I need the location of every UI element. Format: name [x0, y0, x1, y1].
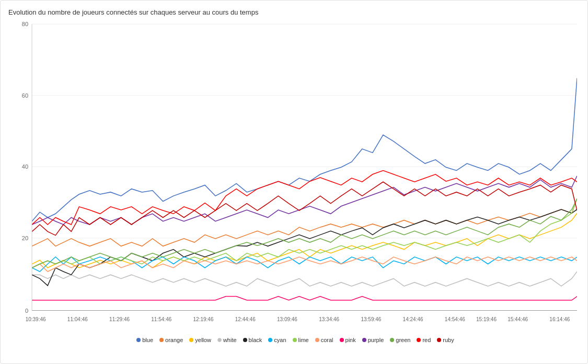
svg-text:13:09:46: 13:09:46 [277, 316, 297, 322]
legend-label-blue: blue [142, 337, 153, 343]
legend-item-green: green [390, 337, 410, 343]
legend-label-cyan: cyan [274, 337, 286, 343]
legend-label-black: black [249, 337, 262, 343]
legend-dot-yellow [189, 338, 193, 342]
legend-item-cyan: cyan [268, 337, 286, 343]
legend-dot-green [390, 338, 394, 342]
legend-label-lime: lime [298, 337, 309, 343]
legend-item-orange: orange [159, 337, 183, 343]
legend-dot-blue [136, 338, 141, 342]
legend-dot-white [217, 338, 222, 342]
chart-area: 80 60 40 20 0 10:39:46 11:04:46 11:29:46… [8, 21, 582, 335]
svg-text:11:29:46: 11:29:46 [109, 316, 130, 322]
chart-container: Evolution du nombre de joueurs connectés… [0, 0, 588, 364]
legend-dot-orange [159, 338, 164, 342]
svg-text:10:39:46: 10:39:46 [26, 316, 46, 322]
legend-item-coral: coral [315, 337, 333, 343]
legend-item-white: white [217, 337, 237, 343]
legend-dot-lime [293, 338, 297, 342]
legend-label-coral: coral [321, 337, 333, 343]
svg-text:15:44:46: 15:44:46 [508, 316, 528, 322]
svg-text:40: 40 [22, 163, 28, 170]
svg-text:14:54:46: 14:54:46 [445, 316, 465, 322]
svg-text:11:54:46: 11:54:46 [151, 316, 171, 322]
svg-text:12:19:46: 12:19:46 [193, 316, 214, 322]
legend-dot-ruby [437, 338, 441, 342]
legend-item-purple: purple [362, 337, 384, 343]
legend-label-pink: pink [345, 337, 356, 343]
legend-item-ruby: ruby [437, 337, 454, 343]
legend-label-green: green [396, 337, 410, 343]
svg-text:12:44:46: 12:44:46 [235, 316, 256, 322]
main-chart-svg: 80 60 40 20 0 10:39:46 11:04:46 11:29:46… [8, 21, 582, 335]
legend-label-red: red [422, 337, 431, 343]
legend-dot-cyan [268, 338, 272, 342]
legend-dot-pink [340, 338, 344, 342]
legend-label-yellow: yellow [195, 337, 211, 343]
legend-dot-black [243, 338, 247, 342]
legend-item-lime: lime [293, 337, 309, 343]
svg-text:15:19:46: 15:19:46 [476, 316, 497, 322]
svg-text:11:04:46: 11:04:46 [67, 316, 88, 322]
chart-title: Evolution du nombre de joueurs connectés… [8, 8, 582, 16]
legend-item-red: red [417, 337, 431, 343]
svg-text:16:14:46: 16:14:46 [549, 316, 570, 322]
chart-legend: blue orange yellow white black cyan lime [8, 337, 582, 343]
svg-text:13:59:46: 13:59:46 [361, 316, 381, 322]
legend-label-purple: purple [368, 337, 384, 343]
legend-dot-red [417, 338, 421, 342]
svg-rect-0 [32, 24, 577, 310]
legend-dot-purple [362, 338, 366, 342]
legend-label-ruby: ruby [443, 337, 454, 343]
legend-item-yellow: yellow [189, 337, 211, 343]
svg-text:60: 60 [22, 92, 28, 99]
svg-text:14:24:46: 14:24:46 [403, 316, 423, 322]
legend-label-white: white [223, 337, 237, 343]
legend-item-pink: pink [340, 337, 356, 343]
legend-item-blue: blue [136, 337, 153, 343]
legend-label-orange: orange [165, 337, 183, 343]
svg-text:20: 20 [22, 235, 28, 241]
legend-item-black: black [243, 337, 262, 343]
legend-dot-coral [315, 338, 319, 342]
svg-text:80: 80 [22, 21, 28, 27]
svg-text:0: 0 [25, 307, 28, 313]
svg-text:13:34:46: 13:34:46 [319, 316, 339, 322]
